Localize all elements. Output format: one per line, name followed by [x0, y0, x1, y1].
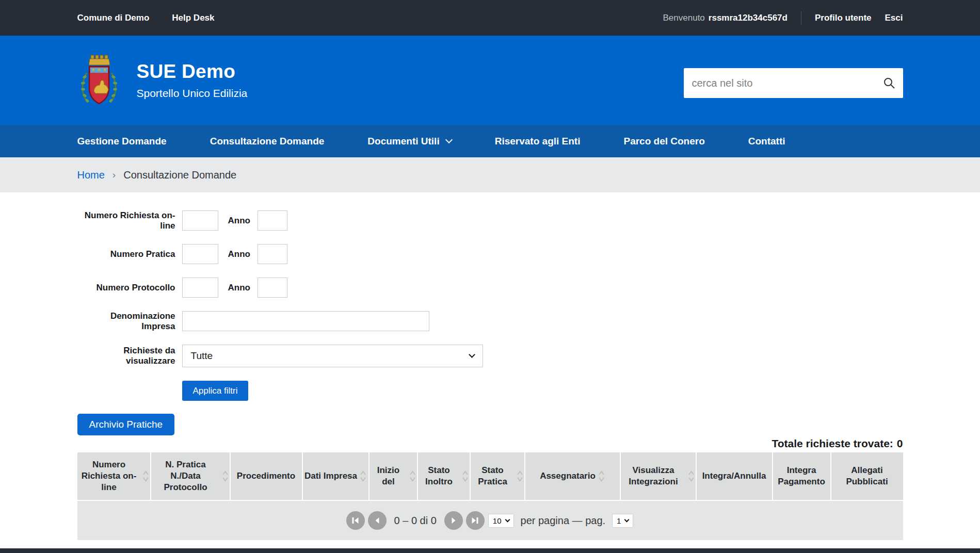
page-number-select[interactable]: 1 [612, 514, 633, 528]
numero-richiesta-online-row: Numero Richiesta on-lineAnno [77, 210, 903, 231]
chevron-down-icon [624, 517, 630, 523]
sort-icon [142, 469, 149, 483]
column-header-assegnatario[interactable]: Assegnatario [525, 452, 621, 500]
welcome-text: Benvenutorssmra12b34c567d [663, 13, 788, 23]
column-header-label: Inizio del [371, 465, 407, 487]
welcome-label: Benvenuto [663, 13, 705, 23]
denominazione-impresa-input[interactable] [182, 311, 429, 331]
last-page-button[interactable] [466, 511, 485, 530]
nav-item-label: Consultazione Domande [210, 136, 325, 147]
numero-protocollo-row: Numero ProtocolloAnno [77, 278, 903, 298]
column-header-allegati-pubblicati: Allegati Pubblicati [831, 452, 903, 500]
breadcrumb-separator: › [113, 169, 116, 181]
nav-item-gestione-domande[interactable]: Gestione Domande [77, 136, 167, 147]
column-header-stato-inoltro[interactable]: Stato Inoltro [418, 452, 471, 500]
results-total: Totale richieste trovate:0 [77, 437, 903, 450]
sort-icon [688, 469, 695, 483]
sort-icon [222, 469, 229, 483]
search-button[interactable] [875, 68, 903, 98]
topbar-link-helpdesk[interactable]: Help Desk [172, 13, 214, 23]
numero-protocollo-anno-label: Anno [228, 283, 250, 293]
numero-pratica-anno-input[interactable] [258, 244, 287, 264]
comune-crest-logo [79, 52, 119, 109]
numeric-filter-rows: Numero Richiesta on-lineAnnoNumero Prati… [77, 210, 903, 298]
breadcrumb: Home › Consultazione Domande [0, 157, 980, 192]
column-header-label: Stato Pratica [472, 465, 514, 487]
site-search-input[interactable] [684, 77, 875, 89]
column-header-label: Assegnatario [540, 470, 596, 482]
footer-bar [0, 548, 980, 553]
numero-pratica-row: Numero PraticaAnno [77, 244, 903, 264]
site-subtitle: Sportello Unico Edilizia [137, 87, 248, 100]
numero-protocollo-anno-input[interactable] [258, 278, 287, 298]
column-header-integra-annulla: Integra/Annulla [697, 452, 773, 500]
column-header-stato-pratica[interactable]: Stato Pratica [471, 452, 525, 500]
sort-icon [462, 469, 469, 483]
topbar-link-comune[interactable]: Comune di Demo [77, 13, 150, 23]
denominazione-impresa-label: Denominazione Impresa [77, 311, 175, 331]
nav-item-documenti-utili[interactable]: Documenti Utili [367, 136, 451, 147]
topbar-divider [801, 11, 801, 25]
column-header-inizio-del[interactable]: Inizio del [369, 452, 418, 500]
column-header-label: Visualizza Integrazioni [622, 465, 685, 487]
page-number-value: 1 [617, 516, 621, 525]
last-page-icon [471, 517, 479, 524]
profile-link[interactable]: Profilo utente [815, 13, 872, 23]
previous-page-button[interactable] [368, 511, 387, 530]
richieste-select[interactable]: Tutte [182, 345, 483, 367]
brand-link[interactable]: SUE Demo Sportello Unico Edilizia [79, 52, 248, 109]
nav-item-label: Contatti [748, 136, 785, 147]
nav-item-riservato-agli-enti[interactable]: Riservato agli Enti [495, 136, 581, 147]
numero-protocollo-input[interactable] [182, 278, 218, 298]
apply-filters-button[interactable]: Applica filtri [182, 381, 249, 401]
per-page-select[interactable]: 10 [488, 514, 514, 528]
column-header-visualizza-integrazioni[interactable]: Visualizza Integrazioni [621, 452, 697, 500]
column-header-label: Integra Pagamento [774, 465, 829, 487]
numero-pratica-anno-label: Anno [228, 249, 250, 259]
column-header-n-pratica-data-protocollo[interactable]: N. Pratica N./Data Protocollo [151, 452, 231, 500]
column-header-label: N. Pratica N./Data Protocollo [152, 459, 219, 493]
column-header-numero-richiesta-on-line[interactable]: Numero Richiesta on-line [77, 452, 151, 500]
column-header-label: Stato Inoltro [419, 465, 459, 487]
site-header: SUE Demo Sportello Unico Edilizia [0, 36, 980, 125]
previous-page-icon [374, 517, 381, 524]
nav-item-label: Parco del Conero [623, 136, 704, 147]
per-page-value: 10 [493, 516, 502, 525]
search-icon [883, 77, 895, 89]
pagination-range-text: 0 – 0 di 0 [394, 515, 437, 527]
richieste-select-value: Tutte [191, 350, 213, 362]
site-search-box [684, 68, 903, 98]
sort-icon [517, 469, 523, 483]
results-total-value: 0 [897, 437, 903, 449]
first-page-button[interactable] [346, 511, 365, 530]
sort-icon [409, 469, 416, 483]
pagination-bar: 0 – 0 di 0 10 per pagina — pag. 1 [77, 501, 903, 540]
nav-item-parco-del-conero[interactable]: Parco del Conero [623, 136, 704, 147]
logout-link[interactable]: Esci [885, 13, 903, 23]
column-header-label: Procedimento [237, 470, 295, 482]
username: rssmra12b34c567d [709, 13, 788, 23]
column-header-dati-impresa[interactable]: Dati Impresa [303, 452, 369, 500]
column-header-label: Allegati Pubblicati [832, 465, 902, 487]
column-header-procedimento: Procedimento [231, 452, 303, 500]
main-nav-items: Gestione DomandeConsultazione DomandeDoc… [77, 125, 903, 157]
column-header-label: Numero Richiesta on-line [78, 459, 140, 493]
nav-item-label: Riservato agli Enti [495, 136, 581, 147]
main-content: Numero Richiesta on-lineAnnoNumero Prati… [77, 192, 903, 540]
breadcrumb-home-link[interactable]: Home [77, 169, 105, 181]
breadcrumb-current: Consultazione Domande [123, 169, 236, 181]
nav-item-label: Documenti Utili [367, 136, 439, 147]
topbar: Comune di Demo Help Desk Benvenutorssmra… [0, 0, 980, 36]
main-nav: Gestione DomandeConsultazione DomandeDoc… [0, 125, 980, 157]
numero-richiesta-online-anno-input[interactable] [258, 210, 287, 231]
sort-icon [598, 469, 605, 483]
richieste-da-visualizzare-label: Richieste da visualizzare [77, 346, 175, 366]
numero-richiesta-online-input[interactable] [182, 210, 218, 231]
nav-item-consultazione-domande[interactable]: Consultazione Domande [210, 136, 325, 147]
numero-pratica-input[interactable] [182, 244, 218, 264]
column-header-integra-pagamento: Integra Pagamento [773, 452, 831, 500]
next-page-button[interactable] [444, 511, 463, 530]
archive-pratiche-button[interactable]: Archivio Pratiche [77, 414, 175, 435]
nav-item-contatti[interactable]: Contatti [748, 136, 785, 147]
nav-item-label: Gestione Domande [77, 136, 167, 147]
